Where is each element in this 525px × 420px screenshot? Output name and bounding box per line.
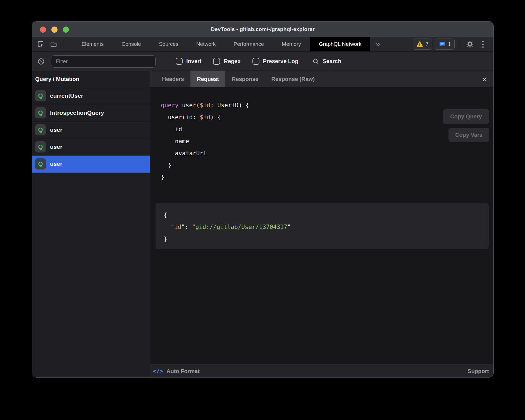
query-name: user: [50, 144, 62, 150]
close-window-button[interactable]: [40, 27, 46, 33]
support-link[interactable]: Support: [467, 368, 489, 374]
variables-code-line: {: [164, 209, 489, 221]
warnings-badge-button[interactable]: 7: [413, 39, 432, 50]
list-item-user[interactable]: Quser: [32, 121, 150, 139]
search-icon: [312, 58, 319, 65]
query-code-line: avatarUrl: [161, 147, 493, 159]
zoom-window-button[interactable]: [63, 27, 69, 33]
toolbar-divider: [63, 40, 63, 48]
kebab-menu-icon[interactable]: [478, 39, 488, 49]
window-title: DevTools - gitlab.com/-/graphql-explorer: [211, 26, 315, 32]
toolbar-right-group: 7 1: [413, 39, 488, 50]
filter-checkboxes: InvertRegexPreserve Log: [156, 58, 298, 65]
query-name: user: [50, 161, 62, 167]
detail-panel: HeadersRequestResponseResponse (Raw) × q…: [150, 71, 493, 378]
query-code-line: id: [161, 123, 493, 135]
variables-code-line: "id": "gid://gitlab/User/13704317": [164, 221, 489, 233]
copy-vars-button[interactable]: Copy Vars: [448, 128, 489, 142]
query-name: user: [50, 127, 62, 133]
query-name: IntrospectionQuery: [50, 109, 104, 116]
message-icon: [439, 41, 445, 47]
main-content: Query / Mutation QcurrentUserQIntrospect…: [32, 71, 493, 378]
panel-footer: </> Auto Format Support: [150, 364, 493, 378]
list-item-currentUser[interactable]: QcurrentUser: [32, 87, 150, 104]
query-type-badge: Q: [35, 141, 46, 152]
title-bar: DevTools - gitlab.com/-/graphql-explorer: [32, 22, 493, 37]
checkbox-label: Preserve Log: [263, 58, 299, 65]
checkbox-group-invert[interactable]: Invert: [176, 58, 201, 65]
device-toolbar-icon[interactable]: [49, 40, 58, 48]
variables-box: { "id": "gid://gitlab/User/13704317"}: [156, 203, 489, 249]
issues-count: 1: [448, 41, 451, 47]
tab-memory[interactable]: Memory: [273, 37, 310, 51]
filter-bar: InvertRegexPreserve Log Search: [32, 52, 493, 71]
checkbox-label: Regex: [224, 58, 240, 65]
clear-filter-icon[interactable]: [37, 58, 45, 65]
regex-checkbox[interactable]: [213, 58, 220, 65]
search-label: Search: [323, 58, 341, 65]
query-code-line: }: [161, 171, 493, 183]
query-code-line: }: [161, 159, 493, 171]
checkbox-group-preserve-log[interactable]: Preserve Log: [252, 58, 299, 65]
tab-network[interactable]: Network: [187, 37, 225, 51]
detail-tabs: HeadersRequestResponseResponse (Raw): [156, 71, 321, 87]
list-item-IntrospectionQuery[interactable]: QIntrospectionQuery: [32, 104, 150, 121]
minimize-window-button[interactable]: [51, 27, 58, 33]
devtools-tab-bar: ElementsConsoleSourcesNetworkPerformance…: [32, 37, 493, 52]
query-type-badge: Q: [35, 90, 46, 101]
filter-input[interactable]: [51, 55, 156, 68]
query-name: currentUser: [50, 92, 83, 99]
tab-graphql-network[interactable]: GraphQL Network: [310, 37, 370, 51]
tab-sources[interactable]: Sources: [150, 37, 187, 51]
auto-format-button[interactable]: Auto Format: [166, 368, 200, 374]
devtools-tabs: ElementsConsoleSourcesNetworkPerformance…: [73, 37, 370, 51]
query-list: QcurrentUserQIntrospectionQueryQuserQuse…: [32, 87, 150, 173]
list-item-user[interactable]: Quser: [32, 139, 150, 156]
search-control[interactable]: Search: [312, 58, 341, 65]
copy-query-button[interactable]: Copy Query: [443, 109, 489, 124]
detail-tab-response[interactable]: Response: [225, 71, 265, 87]
issues-badge-button[interactable]: 1: [435, 39, 455, 50]
detail-tab-response-raw[interactable]: Response (Raw): [265, 71, 321, 87]
checkbox-label: Invert: [186, 58, 201, 65]
checkbox-group-regex[interactable]: Regex: [213, 58, 240, 65]
query-list-sidebar: Query / Mutation QcurrentUserQIntrospect…: [32, 71, 150, 378]
query-type-badge: Q: [35, 107, 46, 118]
toolbar-divider: [460, 40, 460, 48]
warning-count: 7: [426, 41, 429, 47]
warning-icon: [416, 41, 423, 47]
graphql-query-code: query user($id: UserID) { user(id: $id) …: [150, 87, 493, 183]
invert-checkbox[interactable]: [176, 58, 183, 65]
detail-tab-request[interactable]: Request: [190, 71, 225, 87]
tab-performance[interactable]: Performance: [225, 37, 273, 51]
tab-elements[interactable]: Elements: [73, 37, 113, 51]
request-body: query user($id: UserID) { user(id: $id) …: [150, 87, 493, 364]
more-tabs-button[interactable]: »: [370, 37, 385, 51]
inspect-element-icon[interactable]: [37, 40, 45, 48]
preserve-log-checkbox[interactable]: [252, 58, 259, 65]
query-type-badge: Q: [35, 124, 46, 135]
tab-console[interactable]: Console: [113, 37, 150, 51]
detail-tab-bar: HeadersRequestResponseResponse (Raw) ×: [150, 71, 493, 87]
devtools-window: DevTools - gitlab.com/-/graphql-explorer…: [32, 21, 494, 378]
sidebar-header: Query / Mutation: [32, 71, 150, 87]
variables-code-line: }: [164, 233, 489, 245]
list-item-user[interactable]: Quser: [32, 156, 150, 173]
traffic-lights: [40, 27, 69, 33]
settings-gear-icon[interactable]: [465, 39, 475, 49]
query-type-badge: Q: [35, 158, 46, 170]
code-brackets-icon: </>: [153, 368, 163, 374]
detail-tab-headers[interactable]: Headers: [156, 71, 190, 87]
close-panel-icon[interactable]: ×: [482, 75, 487, 84]
query-code-line: name: [161, 135, 493, 147]
